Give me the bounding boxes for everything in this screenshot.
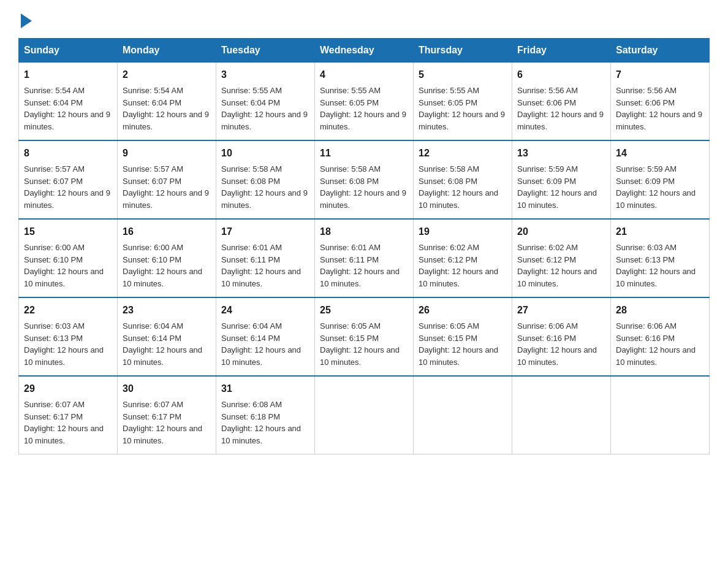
sunrise-info: Sunrise: 6:06 AM (616, 321, 677, 331)
daylight-info: Daylight: 12 hours and 9 minutes. (320, 188, 406, 210)
calendar-cell: 4 Sunrise: 5:55 AM Sunset: 6:05 PM Dayli… (315, 63, 414, 141)
day-number: 20 (517, 224, 605, 239)
sunset-info: Sunset: 6:07 PM (123, 177, 181, 186)
daylight-info: Daylight: 12 hours and 10 minutes. (221, 267, 301, 288)
calendar-cell (611, 376, 710, 454)
header-day-sunday: Sunday (19, 39, 118, 63)
calendar-cell: 3 Sunrise: 5:55 AM Sunset: 6:04 PM Dayli… (216, 63, 315, 141)
sunrise-info: Sunrise: 5:54 AM (123, 86, 183, 95)
calendar-cell: 31 Sunrise: 6:08 AM Sunset: 6:18 PM Dayl… (216, 376, 315, 454)
week-row-2: 8 Sunrise: 5:57 AM Sunset: 6:07 PM Dayli… (19, 140, 710, 219)
daylight-info: Daylight: 12 hours and 9 minutes. (24, 188, 110, 210)
calendar-cell: 2 Sunrise: 5:54 AM Sunset: 6:04 PM Dayli… (118, 63, 216, 141)
calendar-cell: 19 Sunrise: 6:02 AM Sunset: 6:12 PM Dayl… (414, 219, 512, 297)
daylight-info: Daylight: 12 hours and 10 minutes. (123, 267, 202, 288)
sunrise-info: Sunrise: 5:58 AM (221, 164, 282, 174)
sunrise-info: Sunrise: 6:00 AM (24, 243, 85, 252)
sunrise-info: Sunrise: 6:04 AM (221, 321, 282, 331)
sunset-info: Sunset: 6:13 PM (616, 255, 675, 264)
day-number: 12 (419, 146, 507, 161)
sunset-info: Sunset: 6:08 PM (221, 177, 280, 186)
sunrise-info: Sunrise: 6:02 AM (517, 243, 578, 252)
calendar-cell: 6 Sunrise: 5:56 AM Sunset: 6:06 PM Dayli… (512, 63, 611, 141)
daylight-info: Daylight: 12 hours and 9 minutes. (320, 110, 406, 131)
daylight-info: Daylight: 12 hours and 9 minutes. (221, 110, 308, 131)
sunset-info: Sunset: 6:04 PM (123, 98, 181, 107)
calendar-cell: 11 Sunrise: 5:58 AM Sunset: 6:08 PM Dayl… (315, 140, 414, 219)
calendar-cell: 12 Sunrise: 5:58 AM Sunset: 6:08 PM Dayl… (414, 140, 512, 219)
calendar-cell: 28 Sunrise: 6:06 AM Sunset: 6:16 PM Dayl… (611, 297, 710, 376)
sunrise-info: Sunrise: 6:00 AM (123, 243, 183, 252)
calendar-cell: 17 Sunrise: 6:01 AM Sunset: 6:11 PM Dayl… (216, 219, 315, 297)
calendar-cell: 10 Sunrise: 5:58 AM Sunset: 6:08 PM Dayl… (216, 140, 315, 219)
daylight-info: Daylight: 12 hours and 10 minutes. (517, 267, 597, 288)
day-number: 21 (616, 224, 704, 239)
calendar-table: SundayMondayTuesdayWednesdayThursdayFrid… (18, 38, 710, 454)
logo-top (18, 12, 32, 28)
daylight-info: Daylight: 12 hours and 9 minutes. (221, 188, 308, 210)
calendar-cell (315, 376, 414, 454)
sunset-info: Sunset: 6:14 PM (221, 334, 280, 343)
day-number: 8 (24, 146, 112, 161)
calendar-cell: 1 Sunrise: 5:54 AM Sunset: 6:04 PM Dayli… (19, 63, 118, 141)
daylight-info: Daylight: 12 hours and 10 minutes. (24, 424, 104, 445)
page-header (18, 12, 710, 26)
day-number: 13 (517, 146, 605, 161)
sunrise-info: Sunrise: 5:59 AM (517, 164, 578, 174)
week-row-4: 22 Sunrise: 6:03 AM Sunset: 6:13 PM Dayl… (19, 297, 710, 376)
day-number: 22 (24, 303, 112, 318)
calendar-cell: 23 Sunrise: 6:04 AM Sunset: 6:14 PM Dayl… (118, 297, 216, 376)
sunrise-info: Sunrise: 6:02 AM (419, 243, 479, 252)
sunrise-info: Sunrise: 6:05 AM (419, 321, 479, 331)
day-number: 24 (221, 303, 309, 318)
calendar-cell: 25 Sunrise: 6:05 AM Sunset: 6:15 PM Dayl… (315, 297, 414, 376)
sunrise-info: Sunrise: 5:58 AM (419, 164, 479, 174)
daylight-info: Daylight: 12 hours and 10 minutes. (24, 345, 104, 367)
sunset-info: Sunset: 6:10 PM (24, 255, 83, 264)
calendar-cell: 8 Sunrise: 5:57 AM Sunset: 6:07 PM Dayli… (19, 140, 118, 219)
calendar-cell: 22 Sunrise: 6:03 AM Sunset: 6:13 PM Dayl… (19, 297, 118, 376)
day-number: 28 (616, 303, 704, 318)
sunrise-info: Sunrise: 5:56 AM (517, 86, 578, 95)
header-day-wednesday: Wednesday (315, 39, 414, 63)
sunrise-info: Sunrise: 5:56 AM (616, 86, 677, 95)
day-number: 17 (221, 224, 309, 239)
week-row-3: 15 Sunrise: 6:00 AM Sunset: 6:10 PM Dayl… (19, 219, 710, 297)
sunset-info: Sunset: 6:12 PM (517, 255, 576, 264)
sunset-info: Sunset: 6:15 PM (320, 334, 379, 343)
sunrise-info: Sunrise: 5:57 AM (123, 164, 183, 174)
sunrise-info: Sunrise: 6:07 AM (123, 400, 183, 409)
calendar-cell: 9 Sunrise: 5:57 AM Sunset: 6:07 PM Dayli… (118, 140, 216, 219)
daylight-info: Daylight: 12 hours and 10 minutes. (123, 345, 202, 367)
calendar-cell: 16 Sunrise: 6:00 AM Sunset: 6:10 PM Dayl… (118, 219, 216, 297)
day-number: 6 (517, 67, 605, 82)
day-number: 18 (320, 224, 408, 239)
sunrise-info: Sunrise: 5:54 AM (24, 86, 85, 95)
sunset-info: Sunset: 6:06 PM (616, 98, 675, 107)
header-day-saturday: Saturday (611, 39, 710, 63)
daylight-info: Daylight: 12 hours and 10 minutes. (517, 188, 597, 210)
sunset-info: Sunset: 6:10 PM (123, 255, 181, 264)
daylight-info: Daylight: 12 hours and 9 minutes. (419, 110, 505, 131)
sunrise-info: Sunrise: 5:59 AM (616, 164, 677, 174)
calendar-cell: 13 Sunrise: 5:59 AM Sunset: 6:09 PM Dayl… (512, 140, 611, 219)
sunset-info: Sunset: 6:18 PM (221, 412, 280, 421)
day-number: 5 (419, 67, 507, 82)
calendar-cell: 26 Sunrise: 6:05 AM Sunset: 6:15 PM Dayl… (414, 297, 512, 376)
sunrise-info: Sunrise: 6:08 AM (221, 400, 282, 409)
sunrise-info: Sunrise: 6:04 AM (123, 321, 183, 331)
calendar-cell (512, 376, 611, 454)
daylight-info: Daylight: 12 hours and 10 minutes. (517, 345, 597, 367)
sunset-info: Sunset: 6:17 PM (123, 412, 181, 421)
calendar-cell: 20 Sunrise: 6:02 AM Sunset: 6:12 PM Dayl… (512, 219, 611, 297)
daylight-info: Daylight: 12 hours and 10 minutes. (616, 188, 696, 210)
sunset-info: Sunset: 6:09 PM (616, 177, 675, 186)
day-number: 23 (123, 303, 211, 318)
calendar-header: SundayMondayTuesdayWednesdayThursdayFrid… (19, 39, 710, 63)
sunrise-info: Sunrise: 6:03 AM (24, 321, 85, 331)
sunset-info: Sunset: 6:15 PM (419, 334, 477, 343)
calendar-cell: 24 Sunrise: 6:04 AM Sunset: 6:14 PM Dayl… (216, 297, 315, 376)
sunset-info: Sunset: 6:16 PM (616, 334, 675, 343)
day-number: 9 (123, 146, 211, 161)
calendar-body: 1 Sunrise: 5:54 AM Sunset: 6:04 PM Dayli… (19, 63, 710, 454)
